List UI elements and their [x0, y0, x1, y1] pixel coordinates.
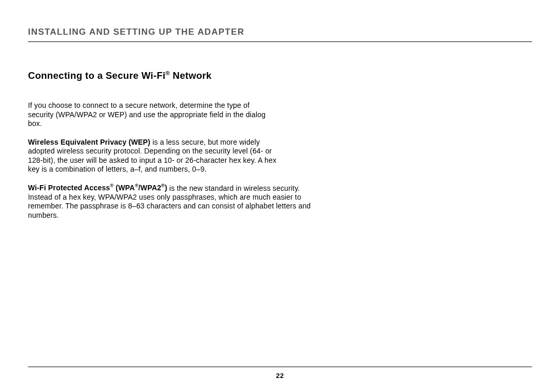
registered-mark: ®: [135, 184, 138, 189]
divider-top: [28, 41, 532, 42]
section-heading-prefix: Connecting to a Secure Wi-Fi: [28, 70, 165, 81]
body-content: If you choose to connect to a secure net…: [28, 101, 532, 220]
paragraph-wep: Wireless Equivalent Privacy (WEP) is a l…: [28, 138, 287, 174]
page-number: 22: [0, 372, 560, 380]
registered-mark: ®: [161, 184, 165, 189]
registered-mark: ®: [165, 70, 170, 76]
wpa-bold-label: Wi-Fi Protected Access® (WPA®/WPA2®): [28, 184, 167, 192]
paragraph-wpa: Wi-Fi Protected Access® (WPA®/WPA2®) is …: [28, 184, 324, 220]
paragraph-intro: If you choose to connect to a secure net…: [28, 101, 267, 129]
wpa-bold-a: Wi-Fi Protected Access: [28, 184, 110, 192]
divider-bottom: [28, 367, 532, 367]
wpa-bold-c: /WPA2: [138, 184, 161, 192]
section-heading: Connecting to a Secure Wi-Fi® Network: [28, 70, 532, 81]
section-heading-suffix: Network: [170, 70, 212, 81]
wpa-bold-b: (WPA: [114, 184, 135, 192]
chapter-heading: INSTALLING AND SETTING UP THE ADAPTER: [28, 27, 532, 41]
wep-bold-label: Wireless Equivalent Privacy (WEP): [28, 138, 150, 146]
